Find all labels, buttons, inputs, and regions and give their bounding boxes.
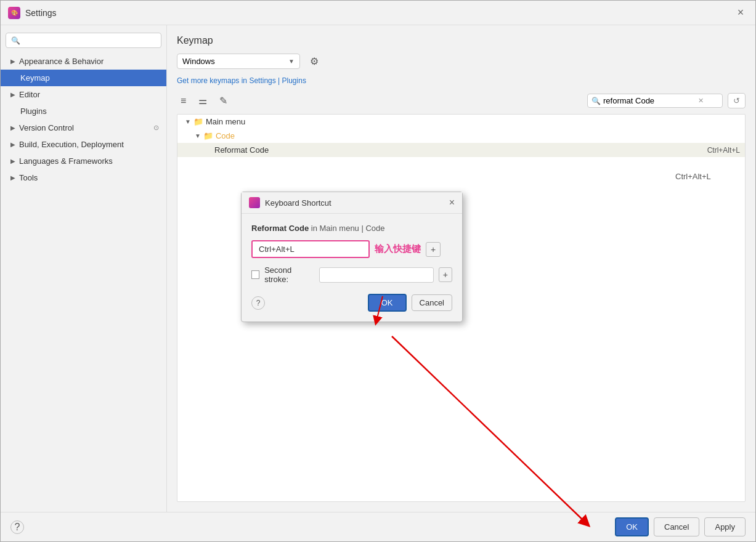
- action-toolbar: ≡ ⚌ ✎ 🔍 ✕ ↺: [177, 92, 746, 109]
- apply-button[interactable]: Apply: [704, 517, 746, 536]
- sidebar-search-box[interactable]: 🔍: [6, 33, 161, 48]
- dialog-ok-button[interactable]: OK: [368, 294, 407, 312]
- title-bar: 🎨 Settings ×: [1, 1, 755, 25]
- shortcut-hint: 输入快捷键: [375, 243, 421, 255]
- dialog-subtitle-strong: Reformat Code: [251, 224, 309, 233]
- keymap-dropdown[interactable]: Windows ▼: [177, 54, 300, 69]
- sidebar-item-label-build: Build, Execution, Deployment: [19, 140, 124, 149]
- collapse-arrow-code: ▼: [195, 132, 201, 139]
- dialog-title: Keyboard Shortcut: [265, 198, 449, 208]
- ok-button[interactable]: OK: [615, 517, 649, 536]
- shortcut-input-row: 输入快捷键 +: [251, 240, 452, 258]
- shortcut-reformat-code: Ctrl+Alt+L: [707, 146, 740, 155]
- sidebar-search-icon: 🔍: [11, 36, 20, 45]
- keymap-dropdown-value: Windows: [182, 57, 215, 66]
- cancel-button[interactable]: Cancel: [654, 517, 699, 536]
- sidebar-item-label-editor: Editor: [19, 90, 40, 99]
- add-stroke-button[interactable]: +: [426, 242, 441, 257]
- second-stroke-label: Second stroke:: [264, 265, 314, 284]
- second-stroke-checkbox[interactable]: [251, 270, 259, 279]
- sidebar-item-editor[interactable]: ▶ Editor: [1, 86, 166, 103]
- tree-item-main-menu[interactable]: ▼ 📁 Main menu: [177, 115, 745, 129]
- expand-arrow-vc: ▶: [10, 124, 15, 131]
- bottom-actions: OK Cancel Apply: [615, 517, 746, 536]
- add-second-stroke-button[interactable]: +: [439, 267, 452, 282]
- sidebar-item-label-plugins: Plugins: [20, 107, 47, 116]
- sidebar-item-appearance[interactable]: ▶ Appearance & Behavior: [1, 53, 166, 70]
- keymap-search-input[interactable]: [603, 96, 696, 105]
- get-more-keymaps-link[interactable]: Get more keymaps in Settings | Plugins: [177, 76, 746, 85]
- copy-icon-vc: ⊙: [153, 124, 159, 132]
- expand-arrow-build: ▶: [10, 141, 15, 148]
- settings-window: 🎨 Settings × 🔍 ▶ Appearance & Behavior K…: [0, 0, 756, 542]
- keymap-toolbar: Windows ▼ ⚙: [177, 54, 746, 69]
- bottom-bar: ? OK Cancel Apply: [1, 512, 755, 541]
- dialog-cancel-button[interactable]: Cancel: [412, 294, 452, 311]
- dialog-close-button[interactable]: ×: [449, 197, 455, 208]
- close-button[interactable]: ×: [733, 6, 748, 19]
- first-stroke-input[interactable]: [251, 240, 370, 258]
- tree-label-main-menu: Main menu: [206, 117, 740, 126]
- restore-button[interactable]: ↺: [728, 93, 746, 108]
- sidebar-item-plugins[interactable]: Plugins: [1, 103, 166, 119]
- sidebar-item-version-control[interactable]: ▶ Version Control ⊙: [1, 119, 166, 136]
- expand-all-button[interactable]: ≡: [177, 93, 190, 109]
- second-stroke-input[interactable]: [319, 267, 434, 283]
- dialog-subtitle: Reformat Code in Main menu | Code: [251, 224, 452, 233]
- tree-item-code[interactable]: ▼ 📁 Code: [177, 129, 745, 143]
- expand-arrow-editor: ▶: [10, 91, 15, 98]
- expand-arrow-appearance: ▶: [10, 58, 15, 65]
- sidebar-item-label-keymap: Keymap: [20, 73, 50, 83]
- expand-arrow-tools: ▶: [10, 174, 15, 181]
- dialog-buttons: ? OK Cancel: [251, 294, 452, 312]
- sidebar-item-label-vc: Version Control: [19, 123, 74, 132]
- search-icon: 🔍: [591, 97, 601, 105]
- sidebar-item-label-appearance: Appearance & Behavior: [19, 57, 104, 66]
- tree-label-reformat-code: Reformat Code: [214, 145, 707, 155]
- dialog-help-button[interactable]: ?: [251, 296, 265, 310]
- tree-label-code: Code: [216, 131, 740, 140]
- sidebar-item-languages[interactable]: ▶ Languages & Frameworks: [1, 153, 166, 169]
- tree-item-reformat-code[interactable]: Reformat Code Ctrl+Alt+L: [177, 143, 745, 157]
- keyboard-shortcut-dialog: Keyboard Shortcut × Reformat Code in Mai…: [241, 192, 463, 322]
- dialog-app-icon: [249, 197, 260, 208]
- folder-icon-main-menu: 📁: [193, 117, 203, 126]
- gear-icon[interactable]: ⚙: [310, 55, 319, 67]
- window-title: Settings: [25, 8, 733, 18]
- second-stroke-row: Second stroke: +: [251, 265, 452, 284]
- dialog-body: Reformat Code in Main menu | Code 输入快捷键 …: [242, 214, 462, 322]
- collapse-all-button[interactable]: ⚌: [195, 92, 211, 109]
- sidebar-search-input[interactable]: [23, 36, 156, 45]
- dialog-title-bar: Keyboard Shortcut ×: [242, 192, 462, 214]
- folder-icon-code: 📁: [203, 131, 213, 140]
- sidebar-item-keymap[interactable]: Keymap: [1, 70, 166, 86]
- app-icon: 🎨: [8, 7, 20, 19]
- chevron-down-icon: ▼: [288, 58, 295, 65]
- panel-title: Keymap: [177, 35, 746, 46]
- sidebar-item-label-lang: Languages & Frameworks: [19, 156, 113, 166]
- expand-arrow-lang: ▶: [10, 158, 15, 164]
- sidebar: 🔍 ▶ Appearance & Behavior Keymap ▶ Edito…: [1, 25, 167, 512]
- sidebar-item-tools[interactable]: ▶ Tools: [1, 169, 166, 186]
- help-button[interactable]: ?: [10, 520, 24, 534]
- keymap-search-box: 🔍 ✕: [587, 94, 723, 108]
- sidebar-item-label-tools: Tools: [19, 173, 38, 182]
- sidebar-item-build[interactable]: ▶ Build, Execution, Deployment: [1, 136, 166, 153]
- dialog-subtitle-rest: in Main menu | Code: [309, 224, 384, 233]
- edit-button[interactable]: ✎: [216, 92, 231, 109]
- clear-search-icon[interactable]: ✕: [698, 97, 704, 105]
- collapse-arrow-main-menu: ▼: [185, 118, 191, 125]
